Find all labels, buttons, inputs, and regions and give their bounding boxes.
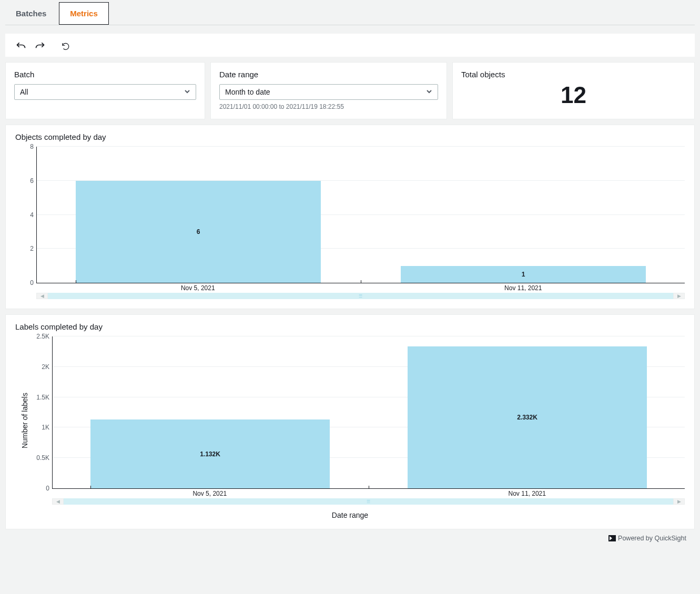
chart2-ytick: 0 [27,485,49,492]
scroll-grip-icon: ☰ [367,499,371,504]
scroll-left-icon[interactable]: ◀ [36,293,48,299]
chart2-ytick: 1K [27,424,49,431]
chart2-title: Labels completed by day [15,322,685,331]
batch-filter-label: Batch [14,70,196,79]
chart1-bar2-label: 1 [401,271,646,278]
chart2-bar2-label: 2.332K [408,414,647,421]
reset-button[interactable] [58,39,74,53]
chart2-ytick: 2.5K [27,333,49,340]
chart1-title: Objects completed by day [15,132,685,141]
tab-batches[interactable]: Batches [5,3,57,24]
batch-filter-card: Batch All [5,62,205,119]
quicksight-icon [608,535,616,541]
chart-objects-by-day: Objects completed by day 0 2 4 6 8 6 1 [5,125,695,309]
reset-icon [61,42,70,51]
chart1-ytick: 8 [12,143,34,150]
powered-by: Powered by QuickSight [5,529,695,542]
chart1-ytick: 6 [12,177,34,185]
undo-icon [16,41,26,52]
toolbar [5,34,695,57]
batch-filter-value: All [20,88,28,96]
scroll-right-icon[interactable]: ▶ [673,498,685,505]
scroll-right-icon[interactable]: ▶ [673,293,685,299]
total-objects-card: Total objects 12 [452,62,695,119]
redo-button[interactable] [32,39,48,54]
chart2-scrollbar[interactable]: ◀ ☰ ▶ [52,498,685,505]
chart2-yaxis-label: Number of labels [21,393,29,448]
chart2-plot: 0 0.5K 1K 1.5K 2K 2.5K 1.132K 2.332K [52,336,685,489]
chart1-xtick-2: Nov 11, 2021 [400,284,646,292]
chart2-xtick-2: Nov 11, 2021 [408,490,647,497]
chart1-plot: 0 2 4 6 8 6 1 [36,147,685,283]
total-objects-value: 12 [461,82,686,108]
chart2-bar1-label: 1.132K [90,450,330,458]
chart1-xtick-1: Nov 5, 2021 [75,284,321,292]
chart1-scrollbar[interactable]: ◀ ☰ ▶ [36,293,685,299]
undo-button[interactable] [13,39,29,54]
scroll-grip-icon: ☰ [359,294,363,299]
chart-labels-by-day: Labels completed by day Number of labels… [5,314,695,529]
date-filter-value: Month to date [225,88,270,96]
tab-metrics[interactable]: Metrics [59,2,109,25]
chart1-ytick: 2 [12,245,34,252]
redo-icon [35,41,45,52]
chart1-bar1-label: 6 [76,228,321,235]
chart2-bar-1[interactable]: 1.132K [90,419,330,488]
batch-filter-select[interactable]: All [14,84,196,100]
chart1-ytick: 4 [12,211,34,219]
date-filter-label: Date range [219,70,438,79]
powered-by-text: Powered by QuickSight [618,535,686,542]
chart2-xtick-1: Nov 5, 2021 [90,490,329,497]
chart1-ytick: 0 [12,279,34,286]
tabs: Batches Metrics [5,0,695,25]
chevron-down-icon [184,88,190,96]
chart2-bar-2[interactable]: 2.332K [408,346,647,488]
chart1-bar-1[interactable]: 6 [76,181,321,283]
date-range-card: Date range Month to date 2021/11/01 00:0… [210,62,447,119]
chart2-ytick: 0.5K [27,454,49,462]
chart2-ytick: 1.5K [27,394,49,401]
chevron-down-icon [426,88,432,96]
total-objects-label: Total objects [461,70,686,79]
chart2-ytick: 2K [27,363,49,371]
chart2-xaxis-label: Date range [15,511,685,519]
date-filter-select[interactable]: Month to date [219,84,438,100]
date-range-subtext: 2021/11/01 00:00:00 to 2021/11/19 18:22:… [219,103,438,110]
scroll-left-icon[interactable]: ◀ [52,498,64,505]
